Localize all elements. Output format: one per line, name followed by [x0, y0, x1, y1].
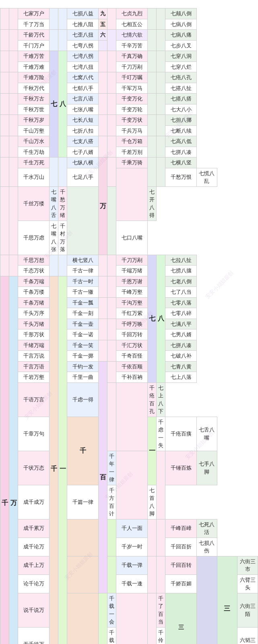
table-cell: 七郁八手	[67, 83, 99, 94]
table-cell: 七拼八凑	[165, 147, 197, 157]
table-cell: 千恩万谢	[116, 276, 148, 287]
table-cell: 千了百当	[157, 593, 165, 627]
table-cell	[0, 30, 9, 51]
table-cell: 七折八扣	[67, 125, 99, 136]
table-row: 千头万绪千金一壶千呼万唤七满八平	[0, 319, 258, 329]
table-cell: 五	[99, 19, 107, 30]
table-cell	[9, 8, 18, 30]
table-cell	[58, 8, 67, 30]
table-row: 千秋万代七郁八手千军万马七搭八扯	[0, 83, 258, 94]
table-cell: 千章万句	[18, 417, 50, 451]
table-row: 千思万想横七竖八千刀万剐七八七拉八扯	[0, 255, 258, 266]
table-cell: 九	[99, 8, 107, 19]
table-cell: 七担八挪	[165, 115, 197, 126]
table-row: 千水万山七足八手千愁万恨七慌八乱	[0, 168, 258, 186]
table-cell: 七开八得	[148, 186, 157, 221]
table-cell	[107, 519, 116, 556]
table-cell	[107, 361, 116, 382]
table-cell: 七颠八倒	[165, 8, 197, 19]
table-cell	[50, 30, 58, 51]
table-cell: 七了八当	[165, 287, 197, 298]
table-cell	[157, 157, 165, 187]
table-cell	[99, 276, 107, 297]
table-cell	[99, 297, 107, 319]
table-cell: 千	[50, 276, 58, 644]
table-cell: 三	[165, 593, 197, 644]
table-cell: 千生万劫	[18, 147, 50, 157]
table-cell: 八	[157, 255, 165, 382]
table-cell: 七推八阻	[67, 19, 99, 30]
table-cell: 七情六欲	[116, 30, 148, 41]
table-cell: 七贞九烈	[116, 8, 148, 19]
table-cell	[157, 94, 165, 115]
table-cell: 七言八语	[67, 94, 99, 104]
table-cell	[148, 115, 157, 136]
table-cell: 七歪八扭	[67, 30, 99, 41]
table-cell	[107, 186, 116, 255]
table-cell: 千山万壑	[18, 125, 50, 136]
table-cell	[99, 94, 107, 115]
table-cell	[107, 8, 116, 30]
table-cell: 七病八痛	[165, 30, 197, 41]
table-cell: 七湾八扭	[67, 61, 99, 72]
table-row: 千生万死七纵八横万千乘万骑七横八竖	[0, 157, 258, 168]
table-cell	[67, 556, 99, 593]
table-cell: 千伶百俐	[157, 627, 165, 644]
table-cell	[148, 51, 157, 72]
table-cell: 千头万序	[18, 308, 50, 319]
table-cell: 千绪万端	[18, 340, 50, 351]
table-row: 千形万状千金一诺千回万转七男八婿	[0, 329, 258, 340]
table-cell: 七首八脚	[148, 485, 157, 519]
table-cell	[116, 168, 148, 221]
table-cell	[58, 157, 67, 187]
table-row: 千头万序千金一刻千红万紫七零八碎	[0, 308, 258, 319]
table-cell: 千古一时	[67, 276, 99, 287]
table-cell: 千古一辙	[67, 287, 99, 298]
table-cell	[107, 136, 116, 157]
table-row: 千难万苦七八七湾八拐千真万确七穿八洞	[0, 51, 258, 62]
table-cell: 七舌八嘴	[197, 417, 217, 451]
table-row: 成千论万千岁一时千回百折七损八伤	[0, 538, 258, 556]
table-cell	[0, 72, 9, 94]
table-cell: 千水万山	[18, 168, 50, 186]
table-row: 千思万虑七嘴八张千村万落七口八嘴	[0, 221, 258, 255]
table-cell	[0, 51, 9, 72]
table-cell	[50, 8, 58, 30]
table-cell: 无千待万	[18, 627, 50, 644]
table-cell: 千回百折	[165, 538, 197, 556]
table-cell: 千秋万世	[18, 104, 50, 115]
table-row: 成千累万千人一面千峰百嶂七死八活	[0, 519, 258, 538]
table-cell	[0, 115, 9, 136]
table-cell: 八	[58, 51, 67, 157]
table-cell: 七病八倒	[165, 19, 197, 30]
table-cell	[148, 593, 157, 644]
table-cell: 千沟万壑	[116, 297, 148, 308]
table-cell: 千虑一失	[157, 417, 165, 451]
table-cell	[157, 556, 165, 593]
table-cell	[50, 255, 58, 276]
table-cell	[99, 115, 107, 136]
table-cell	[107, 276, 116, 297]
table-cell	[107, 157, 116, 187]
table-cell: 千山万水	[18, 136, 50, 147]
table-cell: 七男八婿	[165, 329, 197, 340]
table-cell: 千	[67, 417, 99, 485]
table-cell	[116, 593, 148, 644]
table-cell: 千年一律	[107, 451, 116, 485]
table-cell: 千汇万状	[116, 340, 148, 351]
table-cell	[9, 136, 18, 157]
table-cell: 千叮万嘱	[116, 72, 148, 83]
table-row: 千条万绪千金一瓢千沟万壑七零八落	[0, 297, 258, 308]
table-cell	[157, 519, 165, 556]
table-cell: 千思万虑	[18, 221, 50, 255]
table-cell: 七相五公	[116, 19, 148, 30]
table-cell: 千古一律	[67, 266, 99, 276]
table-cell: 七搭八搭	[165, 94, 197, 104]
table-cell: 七嘴八舌	[50, 186, 58, 221]
table-cell: 千疮百孔	[148, 382, 157, 417]
table-cell: 成千上万	[18, 556, 50, 574]
table-cell: 六	[197, 556, 217, 644]
table-cell: 一	[148, 417, 157, 485]
table-cell: 千言万语	[18, 361, 50, 372]
table-cell	[99, 593, 107, 644]
